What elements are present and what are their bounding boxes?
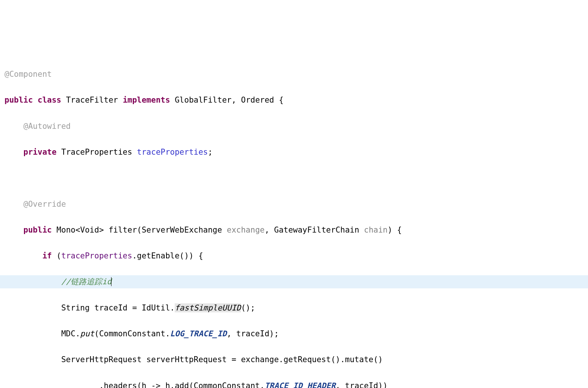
static-field: TRACE_ID_HEADER bbox=[264, 381, 336, 388]
class-name: TraceFilter bbox=[66, 96, 118, 104]
code-line: ServerHttpRequest serverHttpRequest = ex… bbox=[0, 353, 588, 366]
local-var: serverHttpRequest bbox=[146, 355, 227, 364]
interface-name: GlobalFilter bbox=[175, 96, 232, 104]
code-line: @Override bbox=[0, 198, 588, 211]
code-line: @Autowired bbox=[0, 120, 588, 133]
field-name: traceProperties bbox=[137, 148, 208, 157]
method-call: .getEnable()) { bbox=[132, 251, 203, 260]
code-line bbox=[0, 172, 588, 185]
return-type: Mono<Void> bbox=[56, 225, 104, 234]
param-type: GatewayFilterChain bbox=[274, 225, 359, 234]
punctuation: ; bbox=[208, 148, 213, 157]
keyword-public: public bbox=[24, 225, 52, 234]
punctuation: , bbox=[232, 96, 236, 104]
field-ref: traceProperties bbox=[61, 251, 132, 260]
method-name: filter bbox=[108, 225, 137, 234]
code-line-highlighted: //链路追踪id bbox=[0, 275, 588, 288]
keyword-if: if bbox=[42, 251, 52, 260]
keyword-class: class bbox=[38, 96, 61, 104]
code-line: if (traceProperties.getEnable()) { bbox=[0, 249, 588, 263]
static-method: put bbox=[80, 329, 94, 338]
type-name: TraceProperties bbox=[61, 148, 132, 157]
punctuation: { bbox=[274, 96, 284, 104]
lambda-param: h bbox=[142, 381, 147, 388]
punctuation: (); bbox=[241, 303, 255, 312]
interface-name: Ordered bbox=[241, 96, 274, 104]
annotation: @Autowired bbox=[24, 122, 71, 131]
code-line: public class TraceFilter implements Glob… bbox=[0, 94, 588, 107]
keyword-private: private bbox=[24, 148, 57, 157]
class-ref: MDC. bbox=[61, 329, 80, 338]
method-call: .headers( bbox=[99, 381, 142, 388]
punctuation: ) { bbox=[388, 225, 402, 234]
code-line: String traceId = IdUtil.fastSimpleUUID()… bbox=[0, 301, 588, 315]
comment: //链路追踪id bbox=[61, 277, 112, 286]
code-line: MDC.put(CommonConstant.LOG_TRACE_ID, tra… bbox=[0, 327, 588, 340]
code-editor[interactable]: @Component public class TraceFilter impl… bbox=[0, 55, 588, 388]
static-field: LOG_TRACE_ID bbox=[170, 329, 227, 338]
annotation: @Component bbox=[4, 70, 52, 79]
punctuation: ( bbox=[52, 251, 61, 260]
code-line: .headers(h -> h.add(CommonConstant.TRACE… bbox=[0, 379, 588, 388]
local-var: traceId bbox=[94, 303, 128, 312]
code-line: private TraceProperties traceProperties; bbox=[0, 146, 588, 159]
code-line: @Component bbox=[0, 68, 588, 81]
type-name: ServerHttpRequest bbox=[61, 355, 142, 364]
code-line: public Mono<Void> filter(ServerWebExchan… bbox=[0, 224, 588, 237]
param-name: chain bbox=[364, 225, 388, 234]
keyword-implements: implements bbox=[123, 96, 170, 104]
type-name: String bbox=[61, 303, 90, 312]
param-name: exchange bbox=[227, 225, 264, 234]
keyword-public: public bbox=[4, 96, 33, 104]
static-method: fastSimpleUUID bbox=[175, 303, 241, 312]
text-cursor bbox=[111, 277, 111, 286]
annotation: @Override bbox=[24, 200, 66, 209]
param-type: ServerWebExchange bbox=[142, 225, 222, 234]
